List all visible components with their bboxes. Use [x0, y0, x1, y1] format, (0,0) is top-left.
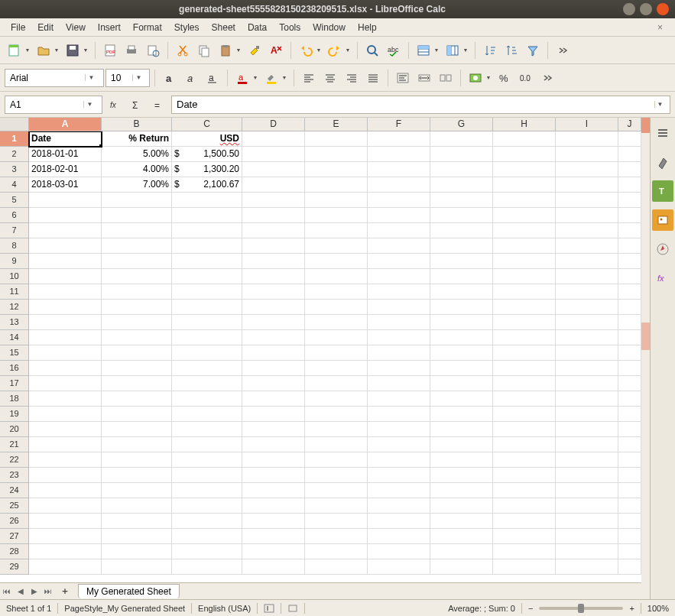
cell-G24[interactable] [430, 483, 493, 498]
open-dropdown[interactable]: ▼ [54, 47, 60, 53]
cell-D6[interactable] [242, 208, 305, 223]
cell-D18[interactable] [242, 391, 305, 407]
cell-A4[interactable]: 2018-03-01 [29, 177, 102, 193]
cell-A13[interactable] [29, 315, 102, 330]
cell-H10[interactable] [493, 269, 556, 284]
cell-C11[interactable] [172, 284, 242, 300]
cell-G10[interactable] [430, 269, 493, 284]
cell-I22[interactable] [556, 452, 618, 468]
cell-I13[interactable] [556, 315, 618, 330]
cell-A17[interactable] [29, 376, 102, 391]
cell-H7[interactable] [493, 223, 556, 238]
cell-D17[interactable] [242, 376, 305, 391]
cell-H3[interactable] [493, 162, 556, 177]
cell-J22[interactable] [618, 452, 641, 468]
sidebar-settings-icon[interactable] [652, 122, 673, 144]
cell-H22[interactable] [493, 452, 556, 468]
sidebar-properties-icon[interactable] [652, 151, 673, 173]
cell-F27[interactable] [368, 529, 430, 544]
formula-input[interactable]: Date [177, 99, 197, 110]
cell-C10[interactable] [172, 269, 242, 284]
cell-G26[interactable] [430, 514, 493, 529]
cell-C24[interactable] [172, 483, 242, 498]
window-maximize-button[interactable] [640, 3, 652, 15]
cell-A6[interactable] [29, 208, 102, 223]
cell-C27[interactable] [172, 529, 242, 544]
italic-button[interactable]: a [181, 68, 201, 88]
cell-A28[interactable] [29, 544, 102, 559]
percent-button[interactable]: % [495, 68, 514, 88]
sort-asc-button[interactable] [480, 41, 500, 60]
cell-G25[interactable] [430, 498, 493, 514]
column-header-I[interactable]: I [556, 118, 618, 131]
cell-A14[interactable] [29, 330, 102, 345]
cell-B16[interactable] [102, 361, 172, 376]
cell-H8[interactable] [493, 238, 556, 254]
status-selection-mode-icon[interactable] [287, 604, 298, 613]
cell-J8[interactable] [618, 238, 641, 254]
toolbar-overflow-icon[interactable] [553, 41, 573, 60]
cell-B4[interactable]: 7.00% [102, 177, 172, 193]
cell-D19[interactable] [242, 407, 305, 422]
cell-C4[interactable]: $2,100.67 [172, 177, 242, 193]
cell-A29[interactable] [29, 559, 102, 575]
row-header-15[interactable]: 15 [0, 345, 29, 361]
cell-C16[interactable] [172, 361, 242, 376]
cell-C20[interactable] [172, 422, 242, 437]
cell-D23[interactable] [242, 468, 305, 483]
cell-J21[interactable] [618, 437, 641, 452]
cell-E14[interactable] [305, 330, 368, 345]
status-summary[interactable]: Average: ; Sum: 0 [448, 604, 515, 613]
status-insert-mode-icon[interactable] [264, 604, 274, 613]
row-header-10[interactable]: 10 [0, 269, 29, 284]
cell-C19[interactable] [172, 407, 242, 422]
wrap-text-button[interactable] [393, 68, 413, 88]
cell-I3[interactable] [556, 162, 618, 177]
cell-H16[interactable] [493, 361, 556, 376]
cell-G2[interactable] [430, 147, 493, 162]
cell-J29[interactable] [618, 559, 641, 575]
cell-C14[interactable] [172, 330, 242, 345]
cell-D21[interactable] [242, 437, 305, 452]
cell-A19[interactable] [29, 407, 102, 422]
cell-G20[interactable] [430, 422, 493, 437]
cell-H23[interactable] [493, 468, 556, 483]
cell-I23[interactable] [556, 468, 618, 483]
cell-F17[interactable] [368, 376, 430, 391]
cell-C7[interactable] [172, 223, 242, 238]
row-header-7[interactable]: 7 [0, 223, 29, 238]
cell-C26[interactable] [172, 514, 242, 529]
cell-F9[interactable] [368, 254, 430, 269]
cell-H24[interactable] [493, 483, 556, 498]
cell-I12[interactable] [556, 300, 618, 315]
highlight-color-button[interactable] [261, 68, 281, 88]
row-dropdown[interactable]: ▼ [433, 47, 440, 53]
underline-button[interactable]: a [203, 68, 222, 88]
column-header-C[interactable]: C [172, 118, 242, 131]
chevron-down-icon[interactable]: ▼ [83, 101, 96, 108]
vertical-scrollbar[interactable] [641, 118, 650, 599]
cell-H28[interactable] [493, 544, 556, 559]
cell-J4[interactable] [618, 177, 641, 193]
cell-C8[interactable] [172, 238, 242, 254]
cell-J26[interactable] [618, 514, 641, 529]
cell-C12[interactable] [172, 300, 242, 315]
cell-H14[interactable] [493, 330, 556, 345]
cell-H25[interactable] [493, 498, 556, 514]
menu-format[interactable]: Format [127, 21, 168, 34]
cell-E22[interactable] [305, 452, 368, 468]
formula-expand-icon[interactable]: ▼ [654, 101, 665, 108]
cell-I17[interactable] [556, 376, 618, 391]
cell-A24[interactable] [29, 483, 102, 498]
cell-A25[interactable] [29, 498, 102, 514]
cell-C25[interactable] [172, 498, 242, 514]
row-header-20[interactable]: 20 [0, 422, 29, 437]
cell-A7[interactable] [29, 223, 102, 238]
cell-J9[interactable] [618, 254, 641, 269]
row-header-5[interactable]: 5 [0, 193, 29, 208]
chevron-down-icon[interactable]: ▼ [85, 74, 97, 81]
cell-E12[interactable] [305, 300, 368, 315]
row-header-25[interactable]: 25 [0, 498, 29, 514]
undo-button[interactable] [296, 41, 316, 60]
new-dropdown[interactable]: ▼ [24, 47, 31, 53]
